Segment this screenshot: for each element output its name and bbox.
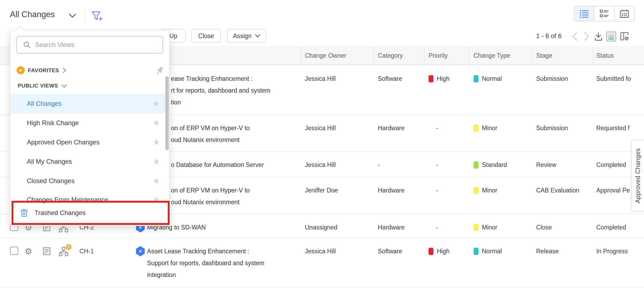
change-type-color-chip: [474, 125, 478, 132]
approved-changes-side-tab-label: Approved Changes: [634, 148, 642, 203]
column-separator: [593, 47, 593, 64]
pagination-next-icon[interactable]: [581, 31, 592, 42]
column-header-priority[interactable]: Priority: [429, 46, 448, 65]
view-title-chevron-down-icon[interactable]: [68, 13, 76, 19]
cell-category: Software: [378, 245, 402, 257]
cell-priority: High: [429, 245, 449, 257]
view-item-all-changes[interactable]: All Changes★: [10, 94, 169, 113]
favorite-star-icon[interactable]: ★: [153, 177, 160, 185]
changes-list-page: All Changes Up Close Assign 1 - 6 of 6: [0, 0, 644, 299]
pickup-button-label: Up: [169, 32, 177, 40]
column-header-category[interactable]: Category: [378, 46, 403, 65]
views-search-input[interactable]: [35, 41, 151, 49]
favorites-section-header[interactable]: ★ FAVORITES: [17, 66, 67, 74]
cell-change-type: Standard: [474, 159, 507, 171]
favorite-star-icon[interactable]: ★: [153, 196, 160, 204]
cell-status: Completed: [596, 159, 626, 171]
cell-status: Approval Pe: [596, 184, 630, 196]
assign-button[interactable]: Assign: [227, 29, 266, 43]
close-button-label: Close: [198, 32, 214, 40]
cell-change-type: Normal: [474, 73, 502, 85]
cell-change-type: Minor: [474, 221, 497, 233]
column-header-change-type[interactable]: Change Type: [474, 46, 510, 65]
cell-change-owner: Unassigned: [305, 221, 337, 233]
favorite-star-icon[interactable]: ★: [153, 100, 160, 108]
cell-change-owner: Jeniffer Doe: [305, 184, 338, 196]
gear-icon[interactable]: ⚙: [25, 245, 32, 257]
calendar-view-icon: [619, 9, 630, 19]
column-header-stage[interactable]: Stage: [536, 46, 552, 65]
change-title[interactable]: Asset Lease Tracking Enhancement :Suppor…: [147, 245, 264, 281]
board-view-icon: [599, 9, 609, 18]
cell-status: In Progress: [596, 245, 628, 257]
view-item-closed-changes[interactable]: Closed Changes★: [10, 171, 169, 191]
dropdown-scrollbar[interactable]: [165, 76, 169, 150]
board-view-tab[interactable]: [594, 6, 614, 21]
cell-change-type: Minor: [474, 122, 497, 134]
cell-stage: Release: [536, 245, 559, 257]
favorite-star-icon[interactable]: ★: [153, 138, 160, 146]
favorite-star-icon[interactable]: ★: [153, 158, 160, 166]
cell-status: Completed: [596, 221, 626, 233]
worklog-note-icon[interactable]: [42, 247, 51, 256]
cell-stage: Close: [536, 221, 552, 233]
favorite-star-icon[interactable]: ★: [153, 119, 160, 127]
cell-stage: CAB Evaluation: [536, 184, 579, 196]
view-mode-switcher: [574, 6, 635, 21]
assign-chevron-down-icon: [255, 34, 260, 38]
change-title[interactable]: ease Tracking Enhancement :rt for report…: [171, 73, 270, 108]
column-separator: [374, 47, 374, 64]
task-hierarchy-icon[interactable]: [58, 246, 69, 257]
cell-priority: -: [429, 184, 438, 196]
column-header-change-owner[interactable]: Change Owner: [305, 46, 346, 65]
change-title[interactable]: o Database for Automation Server: [171, 159, 264, 171]
close-button[interactable]: Close: [191, 29, 221, 43]
column-separator: [532, 47, 533, 64]
column-separator: [424, 47, 425, 64]
public-views-section-label: PUBLIC VIEWS: [18, 83, 58, 89]
current-view-title[interactable]: All Changes: [10, 10, 55, 19]
favorites-chevron-right-icon: [62, 67, 67, 73]
calendar-view-tab[interactable]: [615, 6, 634, 21]
cell-stage: Submission: [536, 73, 568, 85]
change-title[interactable]: on of ERP VM on Hyper-V tooud Nutanix en…: [171, 122, 250, 146]
list-view-tab[interactable]: [574, 6, 594, 21]
change-type-color-chip: [474, 187, 478, 194]
cell-change-owner: Jessica Hill: [305, 159, 336, 171]
approved-changes-side-tab[interactable]: Approved Changes: [631, 140, 644, 212]
change-title[interactable]: on of ERP VM on Hyper-V tooud Nutanix en…: [171, 184, 250, 208]
search-icon: [23, 41, 31, 49]
view-item-all-my-changes[interactable]: All My Changes★: [10, 152, 169, 171]
add-filter-icon[interactable]: [92, 11, 103, 21]
pin-views-icon[interactable]: [153, 65, 165, 77]
cell-change-owner: Jessica Hill: [305, 245, 336, 257]
table-row: ⚙CH-1✕Asset Lease Tracking Enhancement :…: [0, 238, 644, 287]
priority-color-chip: [429, 248, 433, 255]
cell-change-owner: Jessica Hill: [305, 73, 336, 85]
public-views-chevron-down-icon: [61, 84, 67, 88]
column-header-status[interactable]: Status: [596, 46, 614, 65]
change-type-hexagon-icon: ✕: [136, 246, 145, 256]
pagination-prev-icon[interactable]: [569, 31, 580, 42]
view-item-high-risk-change[interactable]: High Risk Change★: [10, 113, 169, 133]
title-divider: [85, 10, 86, 21]
cell-stage: Submission: [536, 122, 568, 134]
change-type-color-chip: [474, 248, 478, 255]
public-views-section-header[interactable]: PUBLIC VIEWS: [18, 83, 67, 89]
cell-category: Hardware: [378, 221, 405, 233]
view-item-approved-open-changes[interactable]: Approved Open Changes★: [10, 133, 169, 152]
cell-change-type: Normal: [474, 245, 502, 257]
views-search-box[interactable]: [16, 36, 163, 54]
cell-category: -: [378, 159, 380, 171]
summary-panel-icon[interactable]: [606, 31, 617, 42]
export-download-icon[interactable]: [593, 31, 604, 42]
cell-category: Software: [378, 73, 402, 85]
row-checkbox[interactable]: [10, 247, 18, 255]
pending-clock-badge-icon: [66, 244, 71, 250]
change-id[interactable]: CH-1: [79, 245, 94, 257]
column-settings-icon[interactable]: [619, 31, 630, 42]
change-type-color-chip: [474, 75, 478, 82]
column-separator: [469, 47, 470, 64]
column-separator: [301, 47, 302, 64]
trashed-changes-item[interactable]: Trashed Changes: [10, 203, 169, 223]
